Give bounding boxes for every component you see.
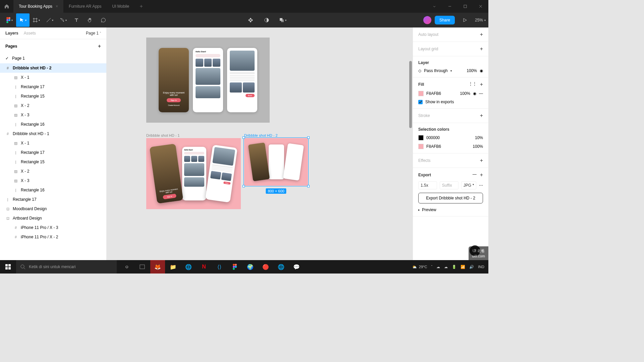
canvas-scrollbar[interactable] [409, 61, 412, 128]
zoom-control[interactable]: 25%▾ [475, 18, 486, 22]
start-button[interactable] [0, 260, 16, 274]
layer-item[interactable]: |Rectangle 15 [0, 157, 106, 167]
taskbar-app[interactable]: 🦊 [150, 260, 165, 274]
fill-visibility-icon[interactable]: ◉ [473, 91, 476, 96]
color-swatch[interactable] [418, 144, 424, 149]
move-tool[interactable]: ▾ [16, 13, 30, 27]
layer-item[interactable]: ▨X - 1 [0, 73, 106, 82]
add-layout-grid[interactable]: + [480, 46, 483, 52]
figma-menu-button[interactable]: ▾ [3, 13, 16, 27]
selection-color-row[interactable]: 00000010% [418, 135, 483, 140]
tray-chevron-icon[interactable]: ˆ [431, 265, 432, 269]
canvas-frame-1[interactable]: Dribbble shot HD - 1 Enjoy every moment … [146, 133, 241, 209]
add-effect[interactable]: + [480, 158, 483, 164]
present-button[interactable] [458, 13, 472, 27]
taskbar-app[interactable]: ⟨⟩ [212, 260, 227, 274]
tray-volume-icon[interactable]: 🔊 [469, 265, 474, 269]
canvas-frame-2-selected[interactable]: Dribbble shot HD - 2 800 × 600 [244, 133, 308, 186]
resize-handle[interactable] [307, 136, 310, 139]
remove-export[interactable]: — [473, 172, 477, 178]
add-stroke[interactable]: + [480, 113, 483, 119]
resize-handle[interactable] [243, 185, 245, 187]
add-auto-layout[interactable]: + [480, 32, 483, 38]
export-suffix[interactable]: Suffix [440, 181, 459, 189]
layer-item[interactable]: ⊡Artboard Design [0, 214, 106, 223]
tray-language[interactable]: IND [478, 265, 484, 269]
fill-style-icon[interactable]: ⋮⋮ [469, 81, 477, 87]
document-tab[interactable]: UI Mobile [107, 0, 135, 13]
preview-label[interactable]: Preview [422, 207, 436, 212]
page-item[interactable]: Page 1 [0, 53, 106, 63]
remove-fill[interactable]: — [479, 91, 483, 96]
visibility-icon[interactable]: ◉ [480, 68, 483, 73]
layer-item[interactable]: |Rectangle 17 [0, 82, 106, 92]
layer-item[interactable]: |Rectangle 17 [0, 148, 106, 157]
fill-hex[interactable]: F8AFB6 [426, 91, 441, 96]
taskbar-app[interactable]: 🌐 [181, 260, 196, 274]
page-selector[interactable]: Page 1ˆ [86, 31, 101, 36]
frame-label[interactable]: Dribbble shot HD - 2 [244, 133, 308, 137]
frame-tool[interactable]: ▾ [30, 13, 43, 27]
layer-item[interactable]: ⊡Moodboard Design [0, 204, 106, 214]
comment-tool[interactable] [97, 13, 110, 27]
document-tab[interactable]: Furniture AR Apps [63, 0, 107, 13]
taskbar-app[interactable]: 📁 [166, 260, 180, 274]
color-swatch[interactable] [418, 135, 424, 140]
add-fill[interactable]: + [480, 81, 483, 87]
text-tool[interactable] [70, 13, 83, 27]
export-format[interactable]: JPG▾ [461, 181, 476, 189]
layer-item[interactable]: |Rectangle 16 [0, 185, 106, 195]
hand-tool[interactable] [83, 13, 97, 27]
tray-cloud-icon[interactable]: ☁ [444, 265, 448, 269]
export-scale[interactable]: 1.5x [418, 181, 437, 189]
layer-item[interactable]: |Rectangle 16 [0, 120, 106, 129]
selection-color-row[interactable]: F8AFB6100% [418, 144, 483, 149]
layer-item[interactable]: |Rectangle 17 [0, 195, 106, 204]
document-tab[interactable]: Tour Booking Apps× [13, 0, 63, 13]
taskbar-app[interactable]: N [197, 260, 211, 274]
resize-handle[interactable] [307, 185, 310, 187]
chevron-right-icon[interactable]: ▸ [418, 208, 420, 212]
tray-onedrive-icon[interactable]: ☁ [436, 265, 440, 269]
layer-item[interactable]: #iPhone 11 Pro / X - 2 [0, 232, 106, 242]
window-chevron[interactable] [427, 0, 442, 13]
user-avatar[interactable] [423, 16, 431, 24]
export-button[interactable]: Export Dribbble shot HD - 2 [418, 193, 483, 203]
taskbar-app[interactable]: 🌐 [274, 260, 288, 274]
close-button[interactable] [473, 0, 488, 13]
tray-battery-icon[interactable]: 🔋 [452, 265, 457, 269]
layer-item[interactable]: ▨X - 3 [0, 176, 106, 185]
resize-handle[interactable] [243, 136, 245, 139]
taskbar-app[interactable]: 💬 [289, 260, 304, 274]
layer-item[interactable]: #iPhone 11 Pro / X - 3 [0, 223, 106, 232]
layer-opacity[interactable]: 100% [467, 68, 477, 73]
share-button[interactable]: Share [435, 16, 455, 24]
show-in-exports-checkbox[interactable] [418, 100, 423, 104]
tab-layers[interactable]: Layers [5, 31, 18, 36]
maximize-button[interactable] [458, 0, 473, 13]
layer-item[interactable]: ▨X - 2 [0, 167, 106, 176]
weather-widget[interactable]: ⛅29°C [412, 265, 427, 269]
shape-tool[interactable]: ▾ [56, 13, 70, 27]
task-view-button[interactable]: ○ [119, 260, 134, 274]
layer-item[interactable]: ▨X - 3 [0, 110, 106, 120]
mask-tool[interactable] [260, 13, 273, 27]
frame-label[interactable]: Dribbble shot HD - 1 [146, 133, 241, 137]
component-tool[interactable] [244, 13, 257, 27]
taskbar-app[interactable]: 🌍 [243, 260, 258, 274]
minimize-button[interactable] [442, 0, 458, 13]
layer-item[interactable]: ▨X - 2 [0, 101, 106, 110]
add-tab-button[interactable]: + [135, 3, 148, 9]
taskbar-app[interactable] [135, 260, 150, 274]
pen-tool[interactable]: ▾ [43, 13, 56, 27]
export-options-icon[interactable]: ⋯ [479, 183, 483, 188]
home-button[interactable] [0, 0, 13, 13]
layer-item[interactable]: |Rectangle 15 [0, 92, 106, 101]
layer-item[interactable]: #Dribbble shot HD - 1 [0, 129, 106, 138]
add-page-button[interactable]: + [98, 43, 101, 49]
fill-swatch[interactable] [418, 91, 424, 96]
tray-wifi-icon[interactable]: 📶 [461, 265, 465, 269]
taskbar-app-figma[interactable] [227, 260, 242, 274]
add-export[interactable]: + [480, 172, 483, 178]
taskbar-search[interactable]: Ketik di sini untuk mencari [16, 260, 117, 274]
